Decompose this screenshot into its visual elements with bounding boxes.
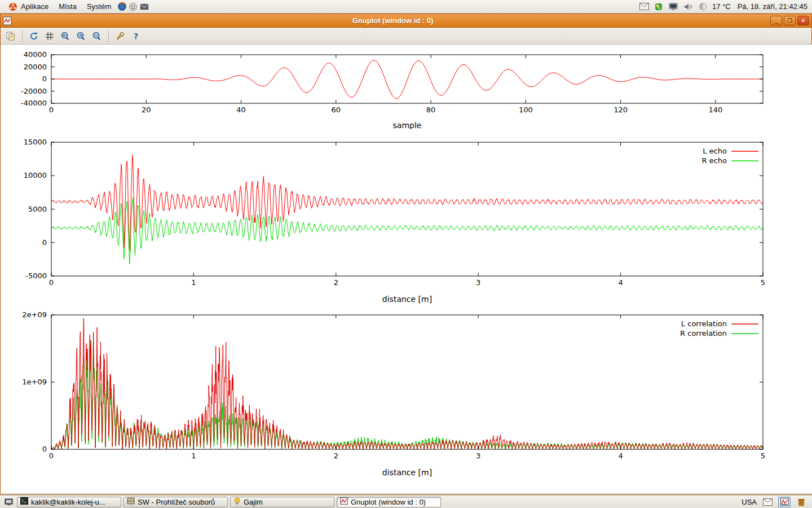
zoom-previous-icon[interactable] [59,29,72,43]
taskbar-item-label: kaklik@kaklik-kolej-u... [31,498,105,506]
clock[interactable]: Pá, 18. září, 21:42:45 [735,2,807,11]
svg-text:sample: sample [393,121,422,129]
toolbar-separator [108,30,109,42]
sample-waveform-chart[interactable]: 020406080100120140-40000-200000200004000… [1,45,812,129]
svg-text:15000: 15000 [24,138,47,146]
svg-text:2: 2 [334,452,338,460]
gnuplot-icon [340,497,348,506]
gnuplot-window: Gnuplot (window id : 0) _ ❐ ✕ [0,14,812,494]
taskbar: kaklik@kaklik-kolej-u... SW - Prohlížeč … [0,495,812,508]
taskbar-item-label: SW - Prohlížeč souborů [138,498,215,506]
mail-tray-icon[interactable] [761,497,774,507]
svg-text:distance [m]: distance [m] [382,295,432,304]
places-menu[interactable]: Místa [54,1,81,12]
close-button[interactable]: ✕ [797,16,809,25]
system-menu[interactable]: Systém [82,1,116,12]
svg-text:60: 60 [332,106,341,114]
window-title: Gnuplot (window id : 0) [15,16,770,25]
gnuplot-window-icon [3,16,12,25]
taskbar-item-terminal[interactable]: kaklik@kaklik-kolej-u... [17,497,121,507]
svg-text:0: 0 [49,106,54,114]
svg-text:-40000: -40000 [21,99,47,107]
svg-text:40: 40 [236,106,246,114]
mail-launcher-icon[interactable] [139,2,149,12]
toolbar: ? [1,28,811,45]
show-desktop-icon[interactable] [2,497,15,507]
copy-icon[interactable] [4,29,17,43]
svg-text:R echo: R echo [701,156,727,165]
svg-text:0: 0 [42,238,47,247]
svg-text:2e+09: 2e+09 [22,310,47,319]
taskbar-item-gnuplot[interactable]: Gnuplot (window id : 0) [337,497,441,507]
gnome-top-panel: Aplikace Místa Systém [0,0,812,14]
system-menu-label: Systém [87,2,111,11]
terminal-icon [20,497,28,506]
svg-text:140: 140 [708,106,722,114]
volume-icon[interactable] [683,2,693,12]
svg-text:5000: 5000 [28,205,47,213]
svg-text:2: 2 [334,278,338,287]
gajim-icon [233,497,241,506]
taskbar-item-label: Gnuplot (window id : 0) [351,498,426,506]
network-icon[interactable] [654,2,664,12]
svg-text:0: 0 [42,445,47,453]
svg-text:4: 4 [618,452,623,460]
minimize-button[interactable]: _ [770,16,782,25]
svg-text:distance [m]: distance [m] [382,468,432,477]
settings-icon[interactable] [113,29,127,43]
toolbar-separator [22,30,23,42]
file-manager-icon [127,497,135,506]
face-icon[interactable] [128,2,138,12]
gnuplot-tray-icon[interactable] [778,497,791,507]
taskbar-item-label: Gajim [244,498,263,506]
zoom-next-icon[interactable] [74,29,88,43]
correlation-chart[interactable]: 01234501e+092e+09distance [m]L correlati… [1,304,812,479]
replot-icon[interactable] [27,29,41,43]
svg-text:-20000: -20000 [21,87,47,95]
svg-text:5: 5 [761,278,765,287]
echo-chart[interactable]: 012345-5000050001000015000distance [m]L … [1,129,812,304]
maximize-button[interactable]: ❐ [784,16,796,25]
ubuntu-logo-icon [8,2,18,12]
applications-menu[interactable]: Aplikace [3,1,53,13]
svg-text:0: 0 [49,278,54,287]
desktop: Aplikace Místa Systém [0,0,812,508]
svg-text:3: 3 [476,278,480,287]
svg-text:1: 1 [191,452,196,460]
svg-text:-5000: -5000 [25,271,47,280]
svg-text:1: 1 [191,278,196,287]
svg-text:L echo: L echo [703,147,727,155]
temperature-label[interactable]: 17 °C [712,2,731,11]
help-icon[interactable]: ? [129,29,143,43]
svg-text:100: 100 [519,106,533,114]
taskbar-item-file-manager[interactable]: SW - Prohlížeč souborů [123,497,228,507]
svg-text:40000: 40000 [24,50,47,59]
weather-icon[interactable] [698,2,708,12]
zoom-reset-icon[interactable] [90,29,104,43]
applications-menu-label: Aplikace [21,2,48,11]
places-menu-label: Místa [59,2,77,11]
svg-text:L correlation: L correlation [681,319,727,328]
grid-icon[interactable] [43,29,56,43]
svg-text:3: 3 [476,452,480,460]
plot-area: 020406080100120140-40000-200000200004000… [1,45,812,494]
taskbar-item-gajim[interactable]: Gajim [230,497,334,507]
svg-text:4: 4 [618,278,623,287]
svg-text:80: 80 [426,106,436,114]
svg-text:120: 120 [614,106,628,114]
display-icon[interactable] [668,2,678,12]
svg-text:?: ? [134,32,138,41]
mail-notification-icon[interactable] [639,2,649,12]
firefox-icon[interactable] [117,2,127,12]
svg-text:10000: 10000 [24,171,47,179]
svg-text:1e+09: 1e+09 [22,378,47,386]
keyboard-layout-indicator[interactable]: USA [742,498,757,506]
trash-icon[interactable] [795,497,807,507]
svg-text:5: 5 [761,452,765,460]
svg-text:0: 0 [42,75,47,83]
titlebar[interactable]: Gnuplot (window id : 0) _ ❐ ✕ [1,14,811,28]
svg-text:20000: 20000 [24,63,47,71]
svg-text:20: 20 [142,106,151,114]
svg-text:R correlation: R correlation [680,329,727,338]
svg-text:0: 0 [49,452,54,460]
